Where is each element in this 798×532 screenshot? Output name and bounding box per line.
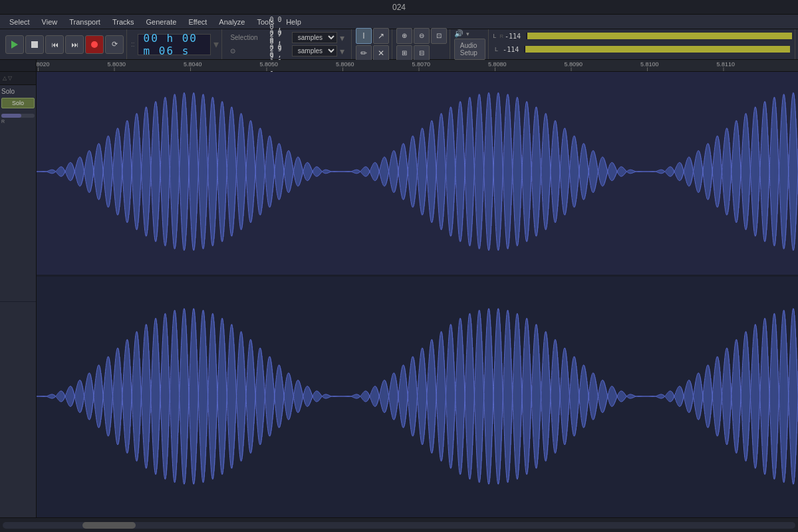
volume-dropdown: ▾ <box>466 31 469 37</box>
zoom-sel-icon: ⊡ <box>436 32 442 39</box>
zoom-out-icon: ⊖ <box>419 32 424 39</box>
menu-transport[interactable]: Transport <box>64 17 106 27</box>
L-value: -114 <box>505 33 525 40</box>
zoom-full-icon: ⊟ <box>419 49 424 57</box>
collapse-icon[interactable]: △ ▽ <box>3 75 12 81</box>
zoom-tool-icon: ✕ <box>378 49 384 58</box>
toolbar: ⏮ ⏭ ⟳ :: 00 h 00 m 06 s ▾ Selection 0 0 … <box>0 29 798 60</box>
vu-meter-top <box>526 33 792 39</box>
menu-select[interactable]: Select <box>4 17 35 27</box>
selection-end-row: ⊙ 0 0 0 , 0 0 0 , 0 0 0 samples seconds … <box>230 45 344 58</box>
pencil-tool-icon: ✏ <box>360 49 367 58</box>
vu-meter-section: 🔊 ▾ Audio Setup <box>452 29 489 59</box>
play-icon <box>11 41 18 49</box>
zoom-full-button[interactable]: ⊟ <box>414 45 430 61</box>
app-title: 024 <box>392 3 406 12</box>
selection-label: Selection <box>230 34 267 41</box>
vu-meter-bottom <box>524 46 790 53</box>
loop-icon: ⟳ <box>112 40 118 49</box>
volume-icon[interactable]: 🔊 <box>454 29 464 38</box>
zoom-section: ⊕ ⊖ ⊡ ⊞ ⊟ <box>394 29 450 59</box>
scrollbar <box>0 517 798 532</box>
menu-analyze[interactable]: Analyze <box>213 17 250 27</box>
select-tool-icon: I <box>362 31 364 41</box>
time-display: 00 h 00 m 06 s <box>138 34 211 55</box>
zoom-tool-button[interactable]: ✕ <box>373 45 389 61</box>
scrollbar-thumb[interactable] <box>82 522 136 529</box>
track1-r-indicator: R <box>1 119 35 124</box>
stop-icon <box>31 41 38 48</box>
zoom-in-icon: ⊕ <box>402 32 407 39</box>
loop-button[interactable]: ⟳ <box>105 35 124 54</box>
zoom-fit-button[interactable]: ⊞ <box>396 45 412 61</box>
track-control-header: △ ▽ <box>0 72 36 85</box>
selection-end-unit[interactable]: samples seconds <box>292 45 337 57</box>
waveform-canvas <box>37 72 798 517</box>
scrollbar-track[interactable] <box>3 522 795 529</box>
selection-eye-icon: ⊙ <box>230 47 267 55</box>
title-bar: 024 <box>0 0 798 15</box>
stop-button[interactable] <box>25 35 44 54</box>
zoom-fit-icon: ⊞ <box>402 49 407 57</box>
track2-controls <box>0 302 36 518</box>
R-value: -114 <box>503 46 523 53</box>
selection-start-unit[interactable]: samples seconds <box>292 32 337 43</box>
L-label: L <box>493 33 498 39</box>
track1-gain-slider[interactable] <box>1 114 35 118</box>
track-controls-panel: △ ▽ Solo Solo R <box>0 72 37 517</box>
L-R-indicator: R <box>499 33 503 39</box>
time-dropdown-icon[interactable]: ▾ <box>213 38 219 51</box>
tools-section: I ↗ ✏ ✕ <box>353 29 392 59</box>
zoom-out-button[interactable]: ⊖ <box>414 28 430 44</box>
record-icon <box>91 41 98 48</box>
menu-generate[interactable]: Generate <box>141 17 182 27</box>
selection-section: Selection 0 0 0 , 2 7 8 , 2 9 9 samples … <box>223 29 351 59</box>
time-separator: :: <box>131 41 135 48</box>
envelope-tool-icon: ↗ <box>378 31 384 41</box>
selection-area: Selection 0 0 0 , 2 7 8 , 2 9 9 samples … <box>226 31 348 58</box>
ruler-canvas <box>37 60 798 71</box>
pencil-tool-button[interactable]: ✏ <box>356 45 372 61</box>
vu-values-section: L R -114 L -114 <box>490 29 795 59</box>
track1-label: Solo <box>1 88 35 95</box>
selection-dropdown-icon[interactable]: ▾ <box>340 33 344 43</box>
envelope-tool-button[interactable]: ↗ <box>373 28 389 44</box>
skip-forward-button[interactable]: ⏭ <box>65 35 84 54</box>
skip-back-icon: ⏮ <box>51 41 59 49</box>
L-label2: L <box>495 46 500 53</box>
track1-controls: Solo Solo R <box>0 85 36 302</box>
audio-setup-button[interactable]: Audio Setup <box>454 39 485 60</box>
track1-solo-button[interactable]: Solo <box>1 98 35 108</box>
ruler-container <box>0 60 798 72</box>
main-content: △ ▽ Solo Solo R <box>0 72 798 517</box>
menu-tracks[interactable]: Tracks <box>107 17 140 27</box>
waveform-area <box>37 72 798 517</box>
play-button[interactable] <box>5 35 24 54</box>
menu-view[interactable]: View <box>37 17 63 27</box>
transport-section: ⏮ ⏭ ⟳ <box>3 29 127 59</box>
zoom-in-button[interactable]: ⊕ <box>396 28 412 44</box>
time-section: :: 00 h 00 m 06 s ▾ <box>128 29 222 59</box>
track1-gain-fill <box>1 114 21 118</box>
zoom-sel-button[interactable]: ⊡ <box>431 28 447 44</box>
selection-end-dropdown-icon[interactable]: ▾ <box>340 46 344 57</box>
skip-forward-icon: ⏭ <box>71 41 78 49</box>
skip-back-button[interactable]: ⏮ <box>45 35 64 54</box>
ruler-left-spacer <box>0 60 37 71</box>
record-button[interactable] <box>85 35 104 54</box>
menu-effect[interactable]: Effect <box>183 17 212 27</box>
select-tool-button[interactable]: I <box>356 28 372 44</box>
